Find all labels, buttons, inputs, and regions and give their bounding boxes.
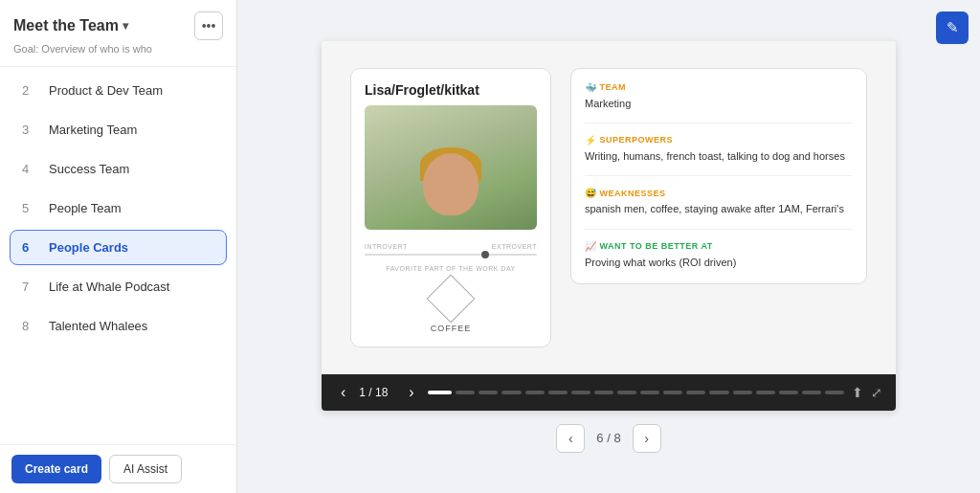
edit-slide-button[interactable]: ✎ — [936, 11, 969, 44]
want-emoji-icon: 📈 — [585, 241, 597, 252]
sidebar-goal: Goal: Overview of who is who — [13, 43, 223, 55]
info-weaknesses-label: 😅 WEAKNESSES — [585, 188, 853, 198]
slide-dot[interactable] — [571, 391, 590, 394]
sidebar-item-talented-whalees[interactable]: 8 Talented Whalees — [10, 308, 227, 344]
sidebar-item-num: 5 — [22, 201, 41, 215]
slide-dot[interactable] — [709, 391, 728, 394]
sidebar-item-life-at-whale-podcast[interactable]: 7 Life at Whale Podcast — [10, 269, 227, 304]
info-team-value: Marketing — [585, 97, 853, 111]
slide-dot[interactable] — [428, 391, 453, 394]
team-emoji-icon: 🐳 — [585, 82, 597, 93]
slide-dot[interactable] — [779, 391, 798, 394]
ie-dot-indicator — [481, 251, 489, 258]
slide-counter: 1 / 18 — [359, 386, 395, 399]
introvert-extrovert-bar — [365, 254, 537, 256]
person-name: Lisa/Froglet/kitkat — [365, 82, 537, 98]
main-pagination: ‹ 6 / 8 › — [556, 424, 660, 453]
slide-viewer: Lisa/Froglet/kitkat INTROVERT EXTROVERT — [322, 41, 896, 411]
slide-content: Lisa/Froglet/kitkat INTROVERT EXTROVERT — [322, 41, 896, 374]
sidebar-item-marketing-team[interactable]: 3 Marketing Team — [10, 112, 227, 147]
pagination-next-button[interactable]: › — [633, 424, 661, 453]
sidebar-list: 2 Product & Dev Team 3 Marketing Team 4 … — [0, 67, 236, 444]
slide-dot[interactable] — [663, 391, 682, 394]
sidebar-title-text: Meet the Team — [13, 17, 119, 34]
slide-dot[interactable] — [525, 391, 545, 394]
slide-dot[interactable] — [733, 391, 752, 394]
sidebar-header: Meet the Team ▾ ••• Goal: Overview of wh… — [0, 0, 236, 67]
sidebar-item-label: People Cards — [49, 240, 128, 255]
sidebar-menu-button[interactable]: ••• — [194, 11, 223, 40]
slide-prev-button[interactable]: ‹ — [335, 382, 351, 403]
slide-dot[interactable] — [501, 391, 521, 394]
sidebar-footer: Create card AI Assist — [0, 444, 236, 493]
weaknesses-emoji-icon: 😅 — [585, 188, 597, 198]
slide-dot[interactable] — [686, 391, 705, 394]
face-graphic — [417, 144, 484, 230]
sidebar-item-label: Success Team — [49, 162, 129, 176]
sidebar-item-num: 8 — [22, 319, 41, 333]
slide-dot[interactable] — [479, 391, 498, 394]
introvert-label: INTROVERT — [365, 243, 408, 250]
info-superpowers-value: Writing, humans, french toast, talking t… — [585, 149, 853, 164]
ai-assist-button[interactable]: AI Assist — [109, 455, 182, 483]
slide-nav-bar: ‹ 1 / 18 › ⬆ ⤢ — [322, 374, 896, 411]
sidebar-item-num: 2 — [22, 83, 41, 98]
title-chevron-icon: ▾ — [122, 19, 128, 33]
person-card: Lisa/Froglet/kitkat INTROVERT EXTROVERT — [350, 68, 551, 347]
slide-next-button[interactable]: › — [403, 382, 419, 403]
superpowers-emoji-icon: ⚡ — [585, 135, 597, 146]
slide-dot[interactable] — [640, 391, 659, 394]
sidebar-item-num: 4 — [22, 162, 41, 176]
info-card: 🐳 TEAM Marketing ⚡ SUPERPOWERS Writing, … — [570, 68, 867, 285]
sidebar-item-success-team[interactable]: 4 Success Team — [10, 151, 227, 187]
fav-part-label: FAVORITE PART OF THE WORK DAY — [365, 265, 537, 272]
slide-dot[interactable] — [456, 391, 475, 394]
slide-dot[interactable] — [802, 391, 821, 394]
ie-bar-track — [365, 254, 537, 256]
coffee-label: COFFEE — [431, 324, 472, 333]
main-content: ✎ Lisa/Froglet/kitkat INTROVERT EXTROVER… — [237, 0, 980, 493]
sidebar-item-label: Product & Dev Team — [49, 83, 163, 98]
sidebar-item-num: 6 — [22, 240, 41, 255]
sidebar-item-num: 3 — [22, 123, 41, 137]
info-weaknesses-value: spanish men, coffee, staying awake after… — [585, 202, 853, 216]
pagination-counter: 6 / 8 — [596, 431, 620, 445]
create-card-button[interactable]: Create card — [11, 455, 101, 483]
sidebar-item-num: 7 — [22, 280, 41, 294]
sidebar-item-people-team[interactable]: 5 People Team — [10, 190, 227, 226]
edit-icon: ✎ — [947, 19, 959, 36]
diamond-wrapper: COFFEE — [365, 281, 537, 333]
info-team-section: 🐳 TEAM Marketing — [585, 82, 853, 123]
sidebar-item-people-cards[interactable]: 6 People Cards — [10, 230, 227, 265]
slide-dot[interactable] — [548, 391, 568, 394]
slide-dot[interactable] — [756, 391, 775, 394]
sidebar: Meet the Team ▾ ••• Goal: Overview of wh… — [0, 0, 237, 493]
face-skin — [423, 153, 479, 215]
info-want-section: 📈 WANT TO BE BETTER AT Proving what work… — [585, 241, 853, 270]
sidebar-item-label: Talented Whalees — [49, 319, 147, 333]
sidebar-item-product-&-dev-team[interactable]: 2 Product & Dev Team — [10, 73, 227, 108]
slide-dot[interactable] — [594, 391, 613, 394]
sidebar-item-label: Life at Whale Podcast — [49, 280, 169, 294]
info-superpowers-section: ⚡ SUPERPOWERS Writing, humans, french to… — [585, 135, 853, 176]
slide-dot[interactable] — [825, 391, 844, 394]
slide-nav-icons: ⬆ ⤢ — [852, 385, 882, 400]
sidebar-item-label: People Team — [49, 201, 122, 215]
info-want-value: Proving what works (ROI driven) — [585, 256, 853, 270]
info-superpowers-label: ⚡ SUPERPOWERS — [585, 135, 853, 146]
slide-fullscreen-button[interactable]: ⤢ — [871, 385, 882, 400]
sidebar-title[interactable]: Meet the Team ▾ — [13, 17, 128, 34]
pagination-prev-button[interactable]: ‹ — [556, 424, 585, 453]
slide-dot[interactable] — [617, 391, 636, 394]
slide-share-button[interactable]: ⬆ — [852, 385, 863, 400]
info-weaknesses-section: 😅 WEAKNESSES spanish men, coffee, stayin… — [585, 188, 853, 229]
introvert-extrovert-labels: INTROVERT EXTROVERT — [365, 243, 537, 250]
person-photo — [365, 105, 537, 230]
info-want-label: 📈 WANT TO BE BETTER AT — [585, 241, 853, 252]
diamond-icon — [427, 274, 476, 323]
info-team-label: 🐳 TEAM — [585, 82, 853, 93]
sidebar-item-label: Marketing Team — [49, 123, 137, 137]
slide-dots — [428, 391, 844, 394]
extrovert-label: EXTROVERT — [492, 243, 537, 250]
